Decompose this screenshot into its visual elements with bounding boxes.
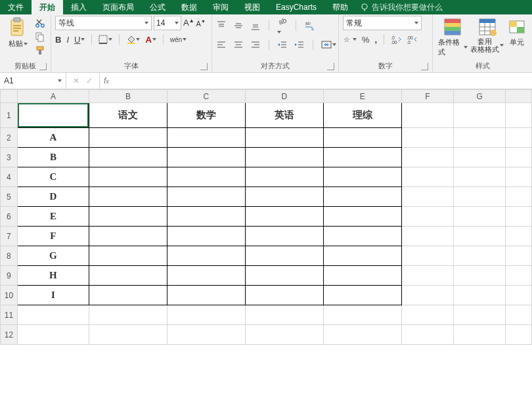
cell-A6[interactable]: E — [17, 207, 89, 227]
row-header-12[interactable]: 12 — [1, 325, 18, 345]
align-bottom-button[interactable] — [250, 20, 261, 31]
cell-E8[interactable] — [323, 246, 401, 266]
merge-button[interactable] — [321, 39, 336, 50]
cell-G11[interactable] — [454, 305, 506, 325]
cell-A12[interactable] — [17, 325, 89, 345]
underline-button[interactable]: U — [74, 35, 85, 45]
row-header-2[interactable]: 2 — [1, 128, 18, 148]
cell-G3[interactable] — [454, 148, 506, 167]
cell-D9[interactable] — [245, 266, 323, 286]
wrap-text-button[interactable]: ab — [304, 20, 315, 31]
cell-B4[interactable] — [89, 167, 167, 187]
cell-B11[interactable] — [89, 305, 167, 325]
cell-F6[interactable] — [401, 207, 453, 227]
tab-data[interactable]: 数据 — [173, 0, 205, 14]
cell-C4[interactable] — [167, 167, 245, 187]
cell-F11[interactable] — [401, 305, 453, 325]
col-header-F[interactable]: F — [401, 90, 453, 103]
cell-styles-button[interactable]: 单元 — [506, 16, 528, 47]
cell-F2[interactable] — [401, 128, 453, 148]
decrease-decimal-button[interactable]: .00.0 — [407, 35, 417, 44]
accounting-button[interactable]: ☆ — [343, 35, 357, 44]
cell-A3[interactable]: B — [17, 148, 89, 167]
format-as-table-button[interactable]: 套用 表格格式 — [472, 16, 504, 53]
cell-C6[interactable] — [167, 207, 245, 227]
tab-insert[interactable]: 插入 — [63, 0, 95, 14]
tell-me[interactable]: 告诉我你想要做什么 — [356, 0, 443, 14]
cell-F12[interactable] — [401, 325, 453, 345]
row-header-4[interactable]: 4 — [1, 167, 18, 187]
col-header-A[interactable]: A — [17, 90, 89, 103]
col-header-B[interactable]: B — [89, 90, 167, 103]
row-header-10[interactable]: 10 — [1, 286, 18, 305]
tab-formula[interactable]: 公式 — [142, 0, 173, 14]
align-middle-button[interactable] — [233, 20, 244, 31]
cell-F4[interactable] — [401, 167, 453, 187]
row-header-11[interactable]: 11 — [1, 305, 18, 325]
name-box[interactable]: A1 — [0, 73, 66, 89]
cell-F7[interactable] — [401, 227, 453, 246]
decrease-indent-button[interactable] — [277, 39, 288, 50]
cell-C11[interactable] — [167, 305, 245, 325]
cell-E11[interactable] — [323, 305, 401, 325]
cell-F9[interactable] — [401, 266, 453, 286]
number-launcher[interactable] — [421, 63, 428, 70]
fx-icon[interactable]: fx — [100, 76, 113, 85]
row-header-3[interactable]: 3 — [1, 148, 18, 167]
orientation-button[interactable]: ab — [277, 16, 288, 35]
cancel-formula-button[interactable]: ✕ — [73, 76, 79, 85]
increase-indent-button[interactable] — [294, 39, 305, 50]
cell-G9[interactable] — [454, 266, 506, 286]
cell-B10[interactable] — [89, 286, 167, 305]
cell-G1[interactable] — [454, 103, 506, 128]
align-center-button[interactable] — [233, 39, 244, 50]
cell-C9[interactable] — [167, 266, 245, 286]
cell-C8[interactable] — [167, 246, 245, 266]
fill-color-button[interactable] — [126, 35, 140, 44]
align-top-button[interactable] — [216, 20, 227, 31]
cell-C10[interactable] — [167, 286, 245, 305]
cell-A5[interactable]: D — [17, 187, 89, 207]
italic-button[interactable]: I — [66, 35, 69, 45]
cell-B12[interactable] — [89, 325, 167, 345]
format-painter-button[interactable] — [34, 45, 46, 56]
spreadsheet-grid[interactable]: ABCDEFG1语文数学英语理综2A3B4C5D6E7F8G9H10I1112 — [0, 89, 532, 394]
comma-button[interactable]: , — [375, 35, 378, 45]
cell-G12[interactable] — [454, 325, 506, 345]
cell-G4[interactable] — [454, 167, 506, 187]
increase-font-button[interactable]: A▲ — [183, 18, 194, 28]
cell-E6[interactable] — [323, 207, 401, 227]
col-header-C[interactable]: C — [167, 90, 245, 103]
cell-G7[interactable] — [454, 227, 506, 246]
cell-F10[interactable] — [401, 286, 453, 305]
cell-B7[interactable] — [89, 227, 167, 246]
cut-button[interactable] — [34, 17, 46, 29]
tab-help[interactable]: 帮助 — [324, 0, 356, 14]
row-header-1[interactable]: 1 — [1, 103, 18, 128]
copy-button[interactable] — [34, 31, 46, 43]
row-header-6[interactable]: 6 — [1, 207, 18, 227]
cell-F3[interactable] — [401, 148, 453, 167]
cell-H6[interactable] — [506, 207, 532, 227]
font-color-button[interactable]: A — [145, 35, 156, 45]
border-button[interactable] — [99, 35, 112, 44]
cell-H2[interactable] — [506, 128, 532, 148]
cell-B9[interactable] — [89, 266, 167, 286]
cell-A11[interactable] — [17, 305, 89, 325]
cell-B2[interactable] — [89, 128, 167, 148]
cell-G5[interactable] — [454, 187, 506, 207]
cell-A4[interactable]: C — [17, 167, 89, 187]
select-all-corner[interactable] — [1, 90, 18, 103]
col-header-D[interactable]: D — [245, 90, 323, 103]
cell-C7[interactable] — [167, 227, 245, 246]
tab-home[interactable]: 开始 — [32, 0, 63, 14]
accept-formula-button[interactable]: ✓ — [86, 76, 93, 85]
cell-A7[interactable]: F — [17, 227, 89, 246]
cell-H1[interactable] — [506, 103, 532, 128]
cell-A10[interactable]: I — [17, 286, 89, 305]
font-launcher[interactable] — [200, 63, 208, 70]
cell-G2[interactable] — [454, 128, 506, 148]
cell-C12[interactable] — [167, 325, 245, 345]
cell-E9[interactable] — [323, 266, 401, 286]
row-header-8[interactable]: 8 — [1, 246, 18, 266]
